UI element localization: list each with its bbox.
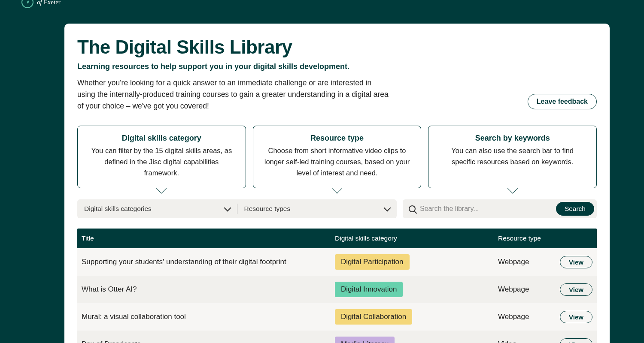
table-header: Title Digital skills category Resource t… bbox=[77, 229, 597, 248]
category-tag: Media Literacy bbox=[335, 337, 395, 343]
cell-type: Video bbox=[498, 340, 554, 343]
cell-view: View bbox=[554, 256, 592, 268]
cell-title: What is Otter AI? bbox=[82, 285, 335, 294]
callout-resource-type: Resource type Choose from short informat… bbox=[253, 126, 422, 188]
table-row: What is Otter AI?Digital InnovationWebpa… bbox=[77, 276, 597, 303]
category-tag: Digital Participation bbox=[335, 254, 410, 270]
cell-view: View bbox=[554, 311, 592, 323]
callout-text: You can also use the search bar to find … bbox=[440, 145, 585, 167]
callout-title: Search by keywords bbox=[440, 134, 585, 143]
cell-category: Digital Innovation bbox=[335, 282, 498, 297]
cell-type: Webpage bbox=[498, 258, 554, 266]
brand-logo[interactable]: of Exeter bbox=[21, 0, 61, 8]
cell-title: Mural: a visual collaboration tool bbox=[82, 313, 335, 321]
callouts-row: Digital skills category You can filter b… bbox=[77, 126, 597, 188]
view-button[interactable]: View bbox=[560, 338, 592, 343]
leave-feedback-button[interactable]: Leave feedback bbox=[528, 94, 597, 109]
cell-type: Webpage bbox=[498, 285, 554, 294]
search-input[interactable] bbox=[420, 205, 552, 213]
results-table: Title Digital skills category Resource t… bbox=[77, 229, 597, 343]
table-row: Mural: a visual collaboration toolDigita… bbox=[77, 303, 597, 331]
types-dropdown[interactable]: Resource types bbox=[237, 205, 397, 213]
page-title: The Digital Skills Library bbox=[77, 36, 391, 58]
table-row: Box of BroadcastsMedia LiteracyVideoView bbox=[77, 331, 597, 343]
cell-type: Webpage bbox=[498, 313, 554, 321]
cell-title: Box of Broadcasts bbox=[82, 340, 335, 343]
brand-of: of bbox=[37, 0, 42, 6]
crest-icon bbox=[21, 0, 33, 8]
view-button[interactable]: View bbox=[560, 256, 592, 268]
cell-view: View bbox=[554, 338, 592, 343]
categories-dropdown[interactable]: Digital skills categories bbox=[77, 205, 237, 213]
th-type: Resource type bbox=[498, 235, 554, 242]
callout-category: Digital skills category You can filter b… bbox=[77, 126, 246, 188]
search-button[interactable]: Search bbox=[556, 202, 594, 216]
callout-search: Search by keywords You can also use the … bbox=[428, 126, 597, 188]
chevron-down-icon bbox=[224, 205, 231, 212]
view-button[interactable]: View bbox=[560, 311, 592, 323]
callout-text: Choose from short informative video clip… bbox=[264, 145, 410, 178]
th-category: Digital skills category bbox=[335, 235, 498, 242]
cell-title: Supporting your students' understanding … bbox=[82, 258, 335, 266]
search-icon bbox=[409, 205, 416, 212]
types-label: Resource types bbox=[244, 205, 291, 213]
table-row: Supporting your students' understanding … bbox=[77, 248, 597, 276]
filters-bar: Digital skills categories Resource types bbox=[77, 199, 397, 218]
page-body: Whether you're looking for a quick answe… bbox=[77, 77, 391, 112]
cell-category: Digital Collaboration bbox=[335, 309, 498, 325]
callout-text: You can filter by the 15 digital skills … bbox=[89, 145, 234, 178]
chevron-down-icon bbox=[384, 205, 391, 212]
categories-label: Digital skills categories bbox=[84, 205, 152, 213]
category-tag: Digital Collaboration bbox=[335, 309, 412, 325]
cell-category: Digital Participation bbox=[335, 254, 498, 270]
view-button[interactable]: View bbox=[560, 283, 592, 296]
th-view bbox=[554, 235, 592, 242]
callout-title: Digital skills category bbox=[89, 134, 234, 143]
th-title: Title bbox=[82, 235, 335, 242]
page-subtitle: Learning resources to help support you i… bbox=[77, 62, 391, 71]
main-card: The Digital Skills Library Learning reso… bbox=[64, 24, 610, 343]
callout-title: Resource type bbox=[264, 134, 410, 143]
search-box: Search bbox=[403, 199, 597, 218]
cell-category: Media Literacy bbox=[335, 337, 498, 343]
brand-name: Exeter bbox=[44, 0, 61, 6]
cell-view: View bbox=[554, 283, 592, 296]
category-tag: Digital Innovation bbox=[335, 282, 403, 297]
